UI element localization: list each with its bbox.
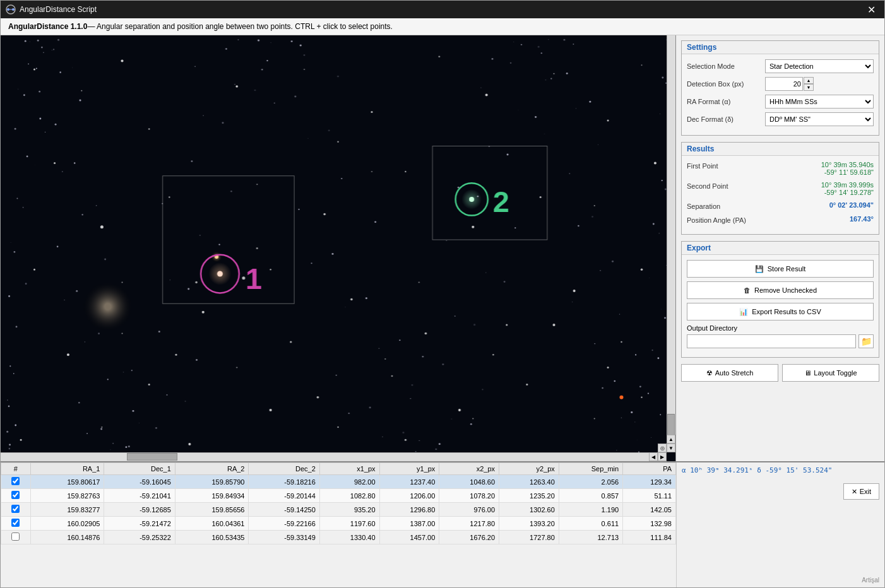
row-checkbox-cell[interactable] (1, 475, 31, 489)
second-point-ra: 10° 39m 39.999s (765, 181, 874, 189)
layout-toggle-button[interactable]: 🖥 Layout Toggle (782, 364, 879, 382)
col-header-pa[interactable]: PA (623, 463, 676, 475)
row-dec1: -59.16045 (104, 475, 175, 489)
first-point-ra: 10° 39m 35.940s (765, 161, 874, 168)
pa-value: 167.43° (765, 215, 874, 223)
col-header-ra1[interactable]: RA_1 (30, 463, 104, 475)
star-canvas[interactable] (1, 35, 675, 461)
dec-format-row: Dec Format (δ) DDº MM' SS" DD:MM:SS Deci… (687, 112, 874, 126)
export-title: Export (682, 242, 879, 255)
row-x2: 1048.60 (439, 475, 499, 489)
col-header-y1[interactable]: y1_px (379, 463, 439, 475)
col-header-x1[interactable]: x1_px (319, 463, 379, 475)
auto-stretch-button[interactable]: ☢ Auto Stretch (681, 364, 778, 382)
dec-format-select[interactable]: DDº MM' SS" DD:MM:SS Decimal (765, 112, 874, 126)
export-csv-label: Export Results to CSV (752, 308, 821, 315)
col-header-check[interactable]: # (1, 463, 31, 475)
col-header-dec1[interactable]: Dec_1 (104, 463, 175, 475)
row-checkbox-cell[interactable] (1, 517, 31, 531)
row-sep: 12.713 (559, 531, 622, 544)
spin-up[interactable]: ▲ (804, 77, 814, 84)
col-header-dec2[interactable]: Dec_2 (249, 463, 319, 475)
hscroll-thumb[interactable] (127, 453, 177, 461)
col-header-x2[interactable]: x2_px (439, 463, 499, 475)
watermark: Artişal (682, 577, 879, 584)
title-bar-left: AngularDistance Script (6, 4, 97, 15)
row-y1: 1387.00 (379, 517, 439, 531)
scroll-down-arrow[interactable]: ▼ (667, 444, 675, 452)
row-checkbox-cell[interactable] (1, 531, 31, 544)
row-y2: 1263.40 (499, 475, 559, 489)
app-name: AngularDistance 1.1.0 (8, 22, 87, 31)
main-content: 1 2 ◎ ▲ ▼ ◀ ▶ Settings (1, 35, 884, 461)
scroll-right-arrow[interactable]: ▶ (658, 452, 667, 461)
output-dir-input[interactable] (687, 334, 856, 348)
row-checkbox[interactable] (11, 491, 20, 499)
row-checkbox[interactable] (11, 477, 20, 485)
spin-down[interactable]: ▼ (804, 84, 814, 91)
col-header-ra2[interactable]: RA_2 (175, 463, 249, 475)
exit-button[interactable]: ✕ Exit (843, 483, 879, 500)
row-checkbox[interactable] (11, 519, 20, 527)
header-row: # RA_1 Dec_1 RA_2 Dec_2 x1_px y1_px x2_p… (1, 463, 676, 475)
col-header-sep[interactable]: Sep_min (559, 463, 622, 475)
selection-mode-row: Selection Mode Star Detection Click Poin… (687, 59, 874, 73)
row-ra2: 160.53435 (175, 531, 249, 544)
row-pa: 132.98 (623, 517, 676, 531)
ra-format-select[interactable]: HHh MMm SSs HH:MM:SS Decimal (765, 95, 874, 109)
bottom-buttons: ☢ Auto Stretch 🖥 Layout Toggle (681, 364, 879, 382)
table-container[interactable]: # RA_1 Dec_1 RA_2 Dec_2 x1_px y1_px x2_p… (1, 462, 676, 587)
second-point-label: Second Point (687, 181, 763, 190)
ra-format-label: RA Format (α) (687, 98, 763, 105)
row-checkbox-cell[interactable] (1, 489, 31, 503)
detection-box-input[interactable] (765, 77, 803, 91)
horizontal-scrollbar[interactable] (1, 452, 667, 461)
close-button[interactable]: ✕ (864, 3, 879, 17)
row-pa: 111.84 (623, 531, 676, 544)
scroll-left-arrow[interactable]: ◀ (649, 452, 658, 461)
detection-box-spinbox: ▲ ▼ (765, 77, 814, 91)
row-checkbox-cell[interactable] (1, 503, 31, 517)
output-dir-row: 📁 (687, 334, 874, 348)
scroll-up-arrow[interactable]: ▲ (667, 435, 675, 444)
row-x1: 1082.80 (319, 489, 379, 503)
row-x2: 976.00 (439, 503, 499, 517)
row-x1: 982.00 (319, 475, 379, 489)
store-icon: 💾 (755, 265, 764, 273)
second-point-value: 10° 39m 39.999s -59° 14' 19.278" (765, 181, 874, 196)
export-csv-button[interactable]: 📊 Export Results to CSV (687, 303, 874, 320)
row-ra2: 159.85790 (175, 475, 249, 489)
col-header-y2[interactable]: y2_px (499, 463, 559, 475)
export-icon: 📊 (739, 308, 748, 316)
store-result-button[interactable]: 💾 Store Result (687, 260, 874, 278)
svg-point-2 (12, 8, 15, 11)
selection-mode-select[interactable]: Star Detection Click Point Manual (765, 59, 874, 73)
settings-content: Selection Mode Star Detection Click Poin… (682, 54, 879, 135)
row-x2: 1217.80 (439, 517, 499, 531)
first-point-label: First Point (687, 161, 763, 170)
data-table: # RA_1 Dec_1 RA_2 Dec_2 x1_px y1_px x2_p… (1, 462, 676, 544)
exit-row: ✕ Exit (682, 483, 879, 500)
exit-icon: ✕ (852, 488, 857, 496)
remove-unchecked-button[interactable]: 🗑 Remove Unchecked (687, 281, 874, 299)
row-pa: 142.05 (623, 503, 676, 517)
row-dec1: -59.25322 (104, 531, 175, 544)
pa-label: Position Angle (PA) (687, 215, 763, 224)
row-checkbox[interactable] (11, 532, 20, 541)
row-pa: 129.34 (623, 475, 676, 489)
row-x1: 1197.60 (319, 517, 379, 531)
row-checkbox[interactable] (11, 505, 20, 513)
vertical-scrollbar[interactable] (667, 35, 675, 452)
main-window: AngularDistance Script ✕ AngularDistance… (0, 0, 885, 588)
table-header: # RA_1 Dec_1 RA_2 Dec_2 x1_px y1_px x2_p… (1, 463, 676, 475)
row-y2: 1727.80 (499, 531, 559, 544)
table-row: 159.82763 -59.21041 159.84934 -59.20144 … (1, 489, 676, 503)
bottom-container: # RA_1 Dec_1 RA_2 Dec_2 x1_px y1_px x2_p… (1, 461, 884, 587)
row-ra1: 160.14876 (30, 531, 104, 544)
image-area[interactable]: 1 2 ◎ ▲ ▼ ◀ ▶ (1, 35, 676, 461)
browse-button[interactable]: 📁 (858, 334, 874, 348)
detection-box-row: Detection Box (px) ▲ ▼ (687, 77, 874, 91)
pa-row: Position Angle (PA) 167.43° (687, 215, 874, 224)
info-description: — Angular separation and position angle … (87, 22, 393, 31)
row-y1: 1237.40 (379, 475, 439, 489)
